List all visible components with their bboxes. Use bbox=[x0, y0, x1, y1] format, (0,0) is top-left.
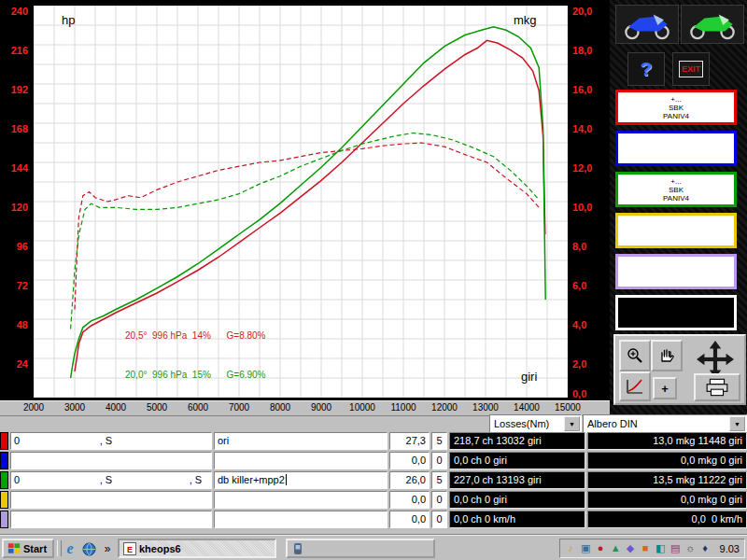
run-name-field[interactable] bbox=[214, 491, 388, 509]
help-button[interactable]: ? bbox=[627, 52, 665, 86]
losses-combobox[interactable]: Losses(Nm) ▼ bbox=[489, 414, 582, 433]
task-label: kheops6 bbox=[139, 543, 181, 554]
hp-tick-label: 144 bbox=[11, 162, 28, 174]
max-speed-readout: 0,0 ch 0 km/h bbox=[449, 511, 585, 528]
printer-icon bbox=[705, 378, 729, 397]
count-field[interactable]: 5 bbox=[431, 432, 447, 450]
chart-region: 24021619216814412096724824 20,018,016,01… bbox=[0, 0, 610, 400]
run-config-field[interactable] bbox=[10, 491, 212, 509]
start-button[interactable]: Start bbox=[2, 539, 54, 558]
temperature-field[interactable]: 0,0 bbox=[389, 452, 430, 469]
motorcycle-blue-icon bbox=[620, 8, 674, 40]
internet-explorer-icon[interactable]: e bbox=[62, 540, 78, 557]
mkg-tick-label: 4,0 bbox=[572, 319, 586, 330]
tray-icon[interactable]: ◧ bbox=[655, 542, 667, 554]
hp-axis-title: hp bbox=[62, 13, 75, 27]
tray-icon[interactable]: ▤ bbox=[669, 542, 682, 554]
slot-line: SBK bbox=[669, 186, 684, 194]
globe-icon[interactable] bbox=[80, 540, 97, 557]
run-config-field[interactable]: 0 , S , S bbox=[10, 471, 212, 489]
weather-annotation-run1: 20,5° 996 hPa 14% G=8.80% bbox=[125, 330, 266, 341]
tray-icon[interactable]: ▲ bbox=[610, 542, 622, 554]
hp-tick-label: 48 bbox=[17, 319, 28, 330]
count-field[interactable]: 0 bbox=[431, 491, 447, 509]
temperature-field[interactable]: 0,0 bbox=[389, 511, 430, 528]
series-color-chip bbox=[0, 491, 8, 509]
mkg-tick-label: 12,0 bbox=[572, 162, 592, 174]
chart-tools-panel: + bbox=[613, 334, 746, 405]
run-config-field[interactable]: 0 , S bbox=[10, 432, 212, 450]
tray-icon-display[interactable]: ▣ bbox=[580, 542, 592, 554]
dyno-curves-chart[interactable] bbox=[34, 6, 568, 398]
series-slot-blue[interactable] bbox=[615, 131, 737, 166]
max-power-readout: 0,0 ch 0 giri bbox=[449, 452, 585, 469]
series-slot-red[interactable]: +... SBK PANIV4 bbox=[615, 90, 737, 125]
count-field[interactable]: 0 bbox=[431, 452, 447, 469]
run-name-field[interactable] bbox=[214, 511, 388, 528]
add-button[interactable]: + bbox=[653, 377, 677, 399]
rpm-tick-label: 15000 bbox=[553, 402, 583, 413]
slot-line: PANIV4 bbox=[663, 112, 689, 120]
magnifier-plus-icon bbox=[626, 346, 644, 365]
slot-line: PANIV4 bbox=[663, 194, 689, 203]
series-slot-violet[interactable] bbox=[615, 254, 737, 289]
temperature-field[interactable]: 0,0 bbox=[389, 491, 430, 509]
run-config-field[interactable] bbox=[10, 452, 212, 469]
table-row-green: 0 , S , S db killer+mpp2 26,0 5 227,0 ch… bbox=[0, 471, 747, 489]
dyno-plot-area[interactable]: hp mkg giri 20,5° 996 hPa 14% G=8.80% 20… bbox=[34, 6, 568, 398]
print-button[interactable] bbox=[694, 373, 740, 401]
max-torque-readout: 13,5 mkg 11222 giri bbox=[587, 471, 747, 489]
system-tray: ♪ ▣ ● ▲ ◆ ■ ◧ ▤ ☼ ♦ 9.03 bbox=[559, 539, 745, 558]
hp-tick-label: 96 bbox=[17, 241, 28, 252]
series-slot-yellow[interactable] bbox=[615, 213, 737, 248]
table-row-red: 0 , S ori 27,3 5 218,7 ch 13032 giri 13,… bbox=[0, 432, 747, 450]
weather-annotation-run2: 20,0° 996 hPa 15% G=6.90% bbox=[125, 370, 266, 380]
mkg-tick-label: 18,0 bbox=[572, 45, 592, 56]
task-button-kheops6[interactable]: E kheops6 bbox=[118, 539, 276, 558]
hp-tick-label: 24 bbox=[17, 358, 28, 370]
zoom-in-button[interactable] bbox=[619, 340, 651, 371]
dyno-application-window: 24021619216814412096724824 20,018,016,01… bbox=[0, 0, 747, 560]
slot-line: +... bbox=[670, 95, 681, 104]
series-slot-black[interactable] bbox=[615, 295, 737, 330]
mkg-tick-label: 8,0 bbox=[572, 241, 586, 252]
task-button-2[interactable] bbox=[286, 539, 435, 558]
taskbar: Start e » E kheops6 bbox=[0, 535, 747, 560]
series-color-chip bbox=[0, 452, 8, 469]
temperature-field[interactable]: 26,0 bbox=[389, 471, 430, 489]
chevron-down-icon[interactable]: ▼ bbox=[729, 416, 745, 431]
tray-icon[interactable]: ☼ bbox=[684, 542, 697, 554]
rpm-tick-label: 6000 bbox=[183, 402, 213, 413]
max-power-readout: 227,0 ch 13193 giri bbox=[449, 471, 585, 489]
exit-button[interactable]: EXIT bbox=[672, 52, 710, 86]
mkg-axis-title: mkg bbox=[514, 13, 537, 27]
kheops-app-icon: E bbox=[123, 542, 136, 555]
run-name-field[interactable] bbox=[214, 452, 388, 469]
bike-green-button[interactable] bbox=[681, 5, 744, 44]
bike-blue-button[interactable] bbox=[615, 5, 679, 44]
run-name-field[interactable]: ori bbox=[214, 432, 388, 450]
rpm-tick-label: 14000 bbox=[512, 402, 542, 413]
rpm-tick-label: 4000 bbox=[101, 402, 131, 413]
tray-icon[interactable]: ■ bbox=[640, 542, 652, 554]
hp-tick-label: 216 bbox=[11, 45, 28, 56]
count-field[interactable]: 5 bbox=[431, 471, 447, 489]
tray-icon[interactable]: ● bbox=[595, 542, 607, 554]
curve-tool-button[interactable] bbox=[619, 371, 651, 401]
run-name-field[interactable]: db killer+mpp2 bbox=[214, 471, 388, 489]
series-color-chip bbox=[0, 432, 8, 450]
rpm-tick-label: 7000 bbox=[224, 402, 254, 413]
count-field[interactable]: 0 bbox=[431, 511, 447, 528]
temperature-field[interactable]: 27,3 bbox=[389, 432, 430, 450]
shaft-standard-combobox[interactable]: Albero DIN ▼ bbox=[583, 414, 747, 433]
tray-icon[interactable]: ◆ bbox=[625, 542, 637, 554]
tray-icon[interactable]: ♦ bbox=[699, 542, 712, 554]
quick-launch-overflow-chevron[interactable]: » bbox=[99, 540, 116, 557]
run-config-field[interactable] bbox=[10, 511, 212, 528]
chevron-down-icon[interactable]: ▼ bbox=[564, 416, 580, 431]
pan-hand-button[interactable] bbox=[651, 340, 683, 371]
series-slot-green[interactable]: +... SBK PANIV4 bbox=[615, 172, 737, 207]
svg-text:E: E bbox=[127, 544, 133, 553]
motorcycle-green-icon bbox=[685, 8, 740, 40]
tray-icon-volume[interactable]: ♪ bbox=[565, 542, 577, 554]
